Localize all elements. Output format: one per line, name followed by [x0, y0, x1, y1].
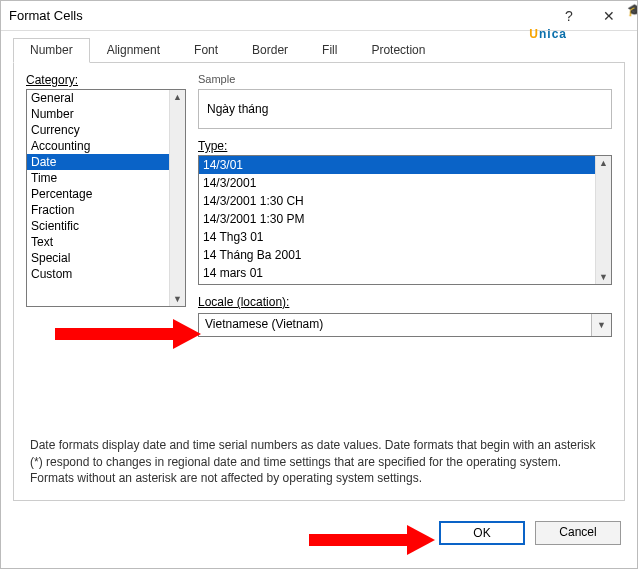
- category-item[interactable]: Percentage: [27, 186, 169, 202]
- scroll-up-icon[interactable]: ▲: [173, 90, 182, 104]
- details-column: Sample Ngày tháng Type: 14/3/0114/3/2001…: [198, 73, 612, 486]
- type-item[interactable]: 14/3/2001: [199, 174, 595, 192]
- category-item[interactable]: Number: [27, 106, 169, 122]
- type-item[interactable]: 14 Thg3 01: [199, 228, 595, 246]
- category-column: Category: GeneralNumberCurrencyAccountin…: [26, 73, 186, 486]
- tab-protection[interactable]: Protection: [354, 38, 442, 63]
- category-item[interactable]: Currency: [27, 122, 169, 138]
- grad-cap-icon: 🎓: [627, 3, 638, 17]
- dialog-buttons: OK Cancel: [1, 511, 637, 555]
- category-item[interactable]: Fraction: [27, 202, 169, 218]
- dialog-body: Number Alignment Font Border Fill Protec…: [1, 31, 637, 511]
- scroll-down-icon[interactable]: ▼: [173, 292, 182, 306]
- sample-label: Sample: [198, 73, 612, 85]
- chevron-down-icon[interactable]: ▼: [591, 314, 611, 336]
- category-item[interactable]: Scientific: [27, 218, 169, 234]
- scroll-up-icon[interactable]: ▲: [599, 156, 608, 170]
- type-item[interactable]: 14 mars 01: [199, 264, 595, 282]
- type-item[interactable]: 14/3/2001 1:30 PM: [199, 210, 595, 228]
- type-listbox[interactable]: 14/3/0114/3/200114/3/2001 1:30 CH14/3/20…: [198, 155, 612, 285]
- tab-fill[interactable]: Fill: [305, 38, 354, 63]
- close-button[interactable]: ✕: [589, 8, 629, 24]
- window-title: Format Cells: [9, 8, 549, 23]
- category-scrollbar[interactable]: ▲ ▼: [169, 90, 185, 306]
- category-item[interactable]: Custom: [27, 266, 169, 282]
- type-item[interactable]: 14/3/01: [199, 156, 595, 174]
- sample-box: Ngày tháng: [198, 89, 612, 129]
- ok-button[interactable]: OK: [439, 521, 525, 545]
- category-item[interactable]: Time: [27, 170, 169, 186]
- category-item[interactable]: Date: [27, 154, 169, 170]
- scroll-down-icon[interactable]: ▼: [599, 270, 608, 284]
- type-item[interactable]: 14/3/2001 1:30 CH: [199, 192, 595, 210]
- type-item[interactable]: 14 Tháng Ba 2001: [199, 246, 595, 264]
- category-label: Category:: [26, 73, 186, 87]
- locale-label: Locale (location):: [198, 295, 612, 309]
- watermark-logo: 🎓 Unica: [529, 9, 567, 46]
- cancel-button[interactable]: Cancel: [535, 521, 621, 545]
- category-item[interactable]: Special: [27, 250, 169, 266]
- category-item[interactable]: Text: [27, 234, 169, 250]
- type-label: Type:: [198, 139, 612, 153]
- type-scrollbar[interactable]: ▲ ▼: [595, 156, 611, 284]
- tab-border[interactable]: Border: [235, 38, 305, 63]
- number-panel: Category: GeneralNumberCurrencyAccountin…: [13, 63, 625, 501]
- locale-select[interactable]: Vietnamese (Vietnam) ▼: [198, 313, 612, 337]
- tab-number[interactable]: Number: [13, 38, 90, 63]
- sample-value: Ngày tháng: [207, 102, 268, 116]
- category-listbox[interactable]: GeneralNumberCurrencyAccountingDateTimeP…: [26, 89, 186, 307]
- category-item[interactable]: Accounting: [27, 138, 169, 154]
- category-item[interactable]: General: [27, 90, 169, 106]
- format-description: Date formats display date and time seria…: [30, 437, 608, 486]
- tab-font[interactable]: Font: [177, 38, 235, 63]
- tab-alignment[interactable]: Alignment: [90, 38, 177, 63]
- locale-value: Vietnamese (Vietnam): [199, 314, 591, 336]
